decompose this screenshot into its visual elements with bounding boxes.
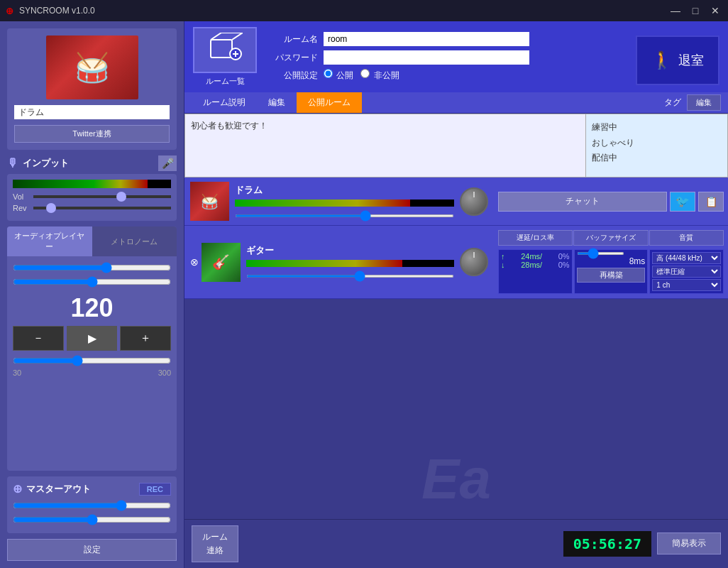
room-name-input[interactable] — [324, 32, 529, 46]
instrument-input[interactable] — [14, 105, 170, 119]
exit-label: 退室 — [678, 52, 704, 69]
tempo-minus-button[interactable]: － — [13, 326, 64, 351]
tempo-plus-button[interactable]: ＋ — [120, 326, 171, 351]
room-fields: ルーム名 パスワード 公開設定 公開 — [268, 27, 624, 87]
player-metronome-section: オーディオプレイヤー メトロノーム 120 － ▶ ＋ 30 300 — [7, 226, 177, 471]
tab-room-description[interactable]: ルーム説明 — [192, 92, 257, 113]
track-2-vol-slider[interactable] — [246, 275, 454, 278]
track-1-vol-slider[interactable] — [235, 214, 454, 217]
tab-metronome[interactable]: メトロノーム — [92, 226, 177, 256]
track-1-copy-button[interactable]: 📋 — [698, 192, 724, 212]
minimize-button[interactable]: — — [668, 4, 683, 18]
master-section: ⊕ マスターアウト REC — [7, 476, 177, 533]
tags-edit-button[interactable]: 編集 — [687, 94, 721, 111]
close-button[interactable]: ✕ — [708, 4, 722, 18]
mic-icon: 🎙 — [7, 157, 18, 170]
tab-room-edit[interactable]: 編集 — [257, 92, 297, 113]
track-1-chat-button[interactable]: チャット — [498, 192, 667, 212]
public-radio-label[interactable]: 公開 — [324, 69, 353, 82]
stats-header-buffer[interactable]: バッファサイズ — [573, 230, 648, 246]
track-2-controls: ギター — [246, 244, 454, 280]
tempo-max-label: 300 — [158, 368, 171, 377]
quality-select-2[interactable]: 標準圧縮 — [652, 266, 721, 278]
exit-area: 🚶 退室 — [636, 27, 719, 87]
player-slider-1[interactable] — [13, 262, 171, 273]
track-1-knob[interactable] — [460, 187, 488, 216]
left-panel: Twitter連携 🎙 インプット 🎤 Vol — [0, 21, 184, 568]
tag-item-2: おしゃべり — [592, 136, 722, 151]
player-content: 120 － ▶ ＋ 30 300 — [7, 256, 177, 383]
mute-button[interactable]: 🎤 — [158, 155, 177, 171]
track-row-2: ⊗ 🎸 ギター — [184, 226, 728, 299]
track-1-right: チャット 🐦 📋 — [494, 178, 728, 225]
svg-rect-0 — [211, 40, 232, 58]
avatar — [46, 36, 138, 99]
rec-button[interactable]: REC — [139, 483, 171, 496]
room-connect-line2: 連絡 — [202, 544, 228, 557]
quality-select-3[interactable]: 1 ch — [652, 279, 721, 291]
public-radio[interactable] — [324, 69, 333, 78]
right-panel: ルーム一覧 ルーム名 パスワード 公開設定 — [184, 21, 728, 568]
password-input[interactable] — [324, 50, 529, 65]
private-radio-label[interactable]: 非公開 — [360, 69, 399, 82]
stats-header-latency[interactable]: 遅延/ロス率 — [498, 230, 573, 246]
stats-buffer-box: 8ms 再構築 — [574, 249, 649, 294]
room-icon-svg — [207, 33, 243, 68]
app-icon: ⊕ — [6, 6, 13, 16]
clock-display: 05:56:27 — [563, 531, 651, 557]
twitter-link-button[interactable]: Twitter連携 — [14, 125, 170, 143]
master-vol-slider[interactable] — [13, 500, 171, 511]
up-loss-val: 0% — [558, 252, 570, 261]
maximize-button[interactable]: □ — [688, 4, 702, 18]
track-2-right: 遅延/ロス率 バッファサイズ 音質 ↑ 24ms/ 0% — [494, 226, 728, 298]
player-slider-2[interactable] — [13, 276, 171, 288]
master-bal-slider[interactable] — [13, 514, 171, 525]
down-loss-val: 0% — [558, 261, 570, 269]
app-title: SYNCROOM v1.0.0 — [19, 6, 95, 16]
stats-header-quality[interactable]: 音質 — [649, 230, 724, 246]
up-arrow-icon: ↑ — [501, 252, 505, 261]
private-radio[interactable] — [360, 69, 370, 78]
room-tabs-bar: ルーム説明 編集 公開ルーム タグ 編集 — [184, 92, 728, 114]
buffer-slider[interactable] — [577, 252, 625, 255]
track-2-level-bar — [246, 260, 454, 267]
exit-button[interactable]: 🚶 退室 — [636, 36, 719, 85]
tempo-range-slider[interactable] — [13, 355, 171, 366]
vol-slider[interactable] — [33, 195, 171, 198]
master-out-label: マスターアウト — [26, 483, 91, 496]
track-1-name: ドラム — [235, 184, 454, 197]
room-connect-button[interactable]: ルーム 連絡 — [192, 525, 238, 562]
input-section-wrapper: 🎙 インプット 🎤 Vol Rev — [7, 155, 177, 221]
track-1-level-bar — [235, 200, 454, 207]
room-tags-list: 練習中 おしゃべり 配信中 — [586, 114, 728, 178]
up-latency-val: 24ms/ — [521, 252, 542, 261]
tab-audio-player[interactable]: オーディオプレイヤー — [7, 226, 92, 256]
tab-public-room[interactable]: 公開ルーム — [297, 92, 362, 113]
room-info-section: 初心者も歓迎です！ 練習中 おしゃべり 配信中 — [184, 114, 728, 178]
track-2-x-button[interactable]: ⊗ — [190, 256, 199, 268]
quality-select-1[interactable]: 高 (44/48 kHz) — [652, 252, 721, 264]
room-description-text: 初心者も歓迎です！ — [184, 114, 586, 178]
track-2-level-fill — [246, 260, 402, 267]
room-name-label: ルーム名 — [268, 33, 318, 45]
down-latency-val: 28ms/ — [521, 261, 542, 269]
password-label: パスワード — [268, 52, 318, 64]
track-1-twitter-button[interactable]: 🐦 — [670, 192, 695, 212]
room-list-button[interactable]: ルーム一覧 — [193, 27, 257, 87]
room-connect-line1: ルーム — [202, 530, 228, 544]
track-1-main: 🥁 ドラム — [184, 178, 494, 225]
bpm-display: 120 — [13, 293, 171, 323]
stats-down-row: ↓ 28ms/ 0% — [501, 261, 570, 269]
track-2-knob[interactable] — [460, 248, 488, 276]
simple-view-button[interactable]: 簡易表示 — [657, 532, 721, 555]
stats-quality-box: 高 (44/48 kHz) 標準圧縮 1 ch — [649, 249, 724, 294]
tempo-play-button[interactable]: ▶ — [67, 326, 118, 351]
public-setting-label: 公開設定 — [268, 70, 318, 82]
empty-area: Ea — [184, 348, 728, 518]
settings-button[interactable]: 設定 — [7, 539, 177, 561]
track-2-avatar: 🎸 — [202, 243, 241, 282]
avatar-section: Twitter連携 — [7, 28, 177, 150]
rev-slider[interactable] — [33, 207, 171, 209]
svg-line-2 — [232, 33, 243, 40]
reconstruct-button[interactable]: 再構築 — [577, 268, 646, 283]
